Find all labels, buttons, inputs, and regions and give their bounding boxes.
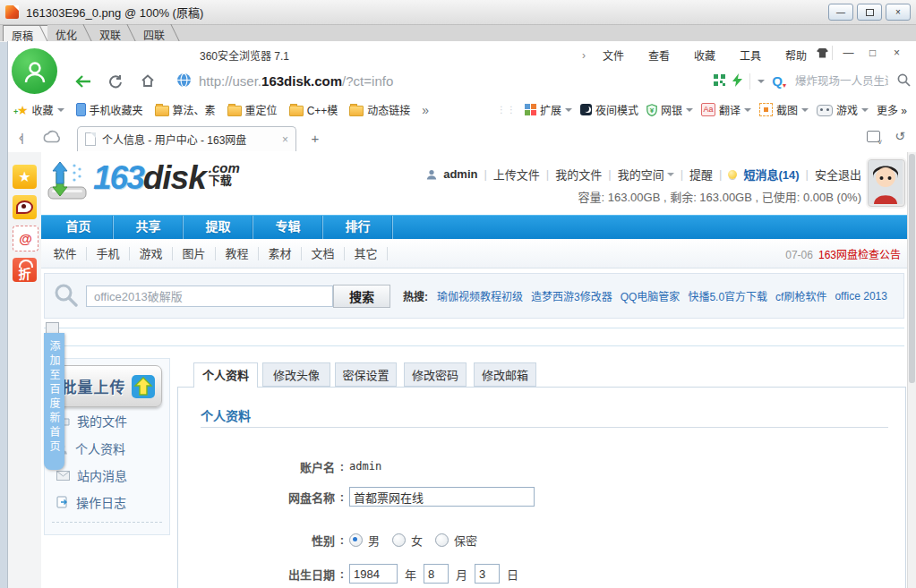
- tab-close-icon[interactable]: ×: [282, 133, 288, 146]
- browser-minimize-button[interactable]: —: [836, 47, 860, 59]
- gender-radio-female[interactable]: [392, 533, 406, 547]
- bookmarks-overflow-button[interactable]: »: [422, 103, 429, 117]
- gender-radio-male[interactable]: [349, 533, 363, 547]
- hot-search-link[interactable]: cf刷枪软件: [775, 288, 826, 303]
- browser-tab[interactable]: 个人信息 - 用户中心 - 163网盘 ×: [77, 126, 296, 151]
- viewer-close-button[interactable]: ×: [886, 4, 911, 21]
- menu-favorites[interactable]: 收藏: [694, 47, 715, 63]
- cat-software[interactable]: 软件: [44, 247, 87, 260]
- nav-home[interactable]: 首页: [44, 216, 114, 239]
- new-tab-button[interactable]: +: [304, 129, 327, 149]
- file-search-input[interactable]: [86, 285, 333, 307]
- games-button[interactable]: 游戏: [817, 102, 869, 117]
- menu-file[interactable]: 文件: [603, 47, 624, 63]
- bookmark-folder[interactable]: C++模: [289, 102, 338, 117]
- sidebar-item-messages[interactable]: 站内消息: [56, 465, 127, 485]
- cat-other[interactable]: 其它: [345, 247, 388, 260]
- bookmark-folder[interactable]: 算法、素: [155, 102, 216, 117]
- menu-tools[interactable]: 工具: [740, 47, 761, 63]
- nav-extract[interactable]: 提取: [184, 216, 253, 239]
- tab-change-password[interactable]: 修改密码: [404, 362, 467, 387]
- dropdown-chevron-icon[interactable]: [758, 80, 765, 87]
- translate-button[interactable]: Aa翻译: [701, 102, 751, 117]
- hot-search-link[interactable]: office 2013: [835, 290, 887, 303]
- viewer-restore-button[interactable]: [857, 4, 882, 21]
- birth-year-input[interactable]: [349, 564, 398, 584]
- user-avatar[interactable]: [868, 159, 905, 207]
- search-engine-logo[interactable]: Q▾: [772, 73, 786, 89]
- birth-month-input[interactable]: [424, 564, 449, 584]
- cat-documents[interactable]: 文档: [302, 247, 345, 260]
- site-globe-icon[interactable]: [176, 72, 192, 90]
- upload-file-link[interactable]: 上传文件: [493, 166, 540, 183]
- nav-ranking[interactable]: 排行: [323, 216, 393, 239]
- menu-overflow-icon[interactable]: ›: [582, 49, 586, 62]
- sidebar-item-operation-log[interactable]: 操作日志: [56, 492, 126, 512]
- tab-security-question[interactable]: 密保设置: [335, 362, 397, 387]
- my-space-link[interactable]: 我的空间: [618, 166, 674, 183]
- skin-icon[interactable]: [817, 48, 828, 58]
- batch-upload-button[interactable]: 批量上传: [54, 365, 162, 407]
- nav-share[interactable]: 共享: [114, 216, 184, 239]
- hot-search-link[interactable]: QQ电脑管家: [621, 288, 681, 303]
- cloud-sync-icon[interactable]: [42, 130, 62, 146]
- reopen-closed-tab-icon[interactable]: ↺: [895, 129, 905, 143]
- messages-link[interactable]: 短消息(14): [743, 166, 799, 183]
- hot-search-link[interactable]: 造梦西游3修改器: [531, 288, 612, 303]
- cat-mobile[interactable]: 手机: [87, 247, 130, 260]
- mail-at-icon[interactable]: @: [13, 226, 39, 251]
- reminder-link[interactable]: 提醒: [689, 166, 713, 183]
- birth-day-input[interactable]: [475, 564, 500, 584]
- cat-games[interactable]: 游戏: [130, 247, 173, 260]
- scrollbar-thumb[interactable]: [909, 154, 915, 383]
- bookmark-mobile-folder[interactable]: 手机收藏夹: [76, 102, 143, 117]
- bookmark-folder[interactable]: 动态链接: [349, 102, 410, 117]
- browser-account-avatar-icon[interactable]: [12, 48, 57, 94]
- cat-materials[interactable]: 素材: [259, 247, 302, 260]
- browser-maximize-button[interactable]: □: [860, 47, 885, 59]
- hot-search-link[interactable]: 快播5.0官方下载: [688, 288, 767, 303]
- my-files-link[interactable]: 我的文件: [555, 166, 602, 183]
- nav-album[interactable]: 专辑: [253, 216, 323, 239]
- sidebar-favorites-icon[interactable]: ★: [13, 165, 37, 189]
- logout-link[interactable]: 安全退出: [815, 166, 861, 183]
- cat-tutorials[interactable]: 教程: [216, 247, 259, 260]
- search-button[interactable]: 搜索: [333, 285, 390, 308]
- tab-profile[interactable]: 个人资料: [193, 362, 258, 388]
- bookmark-folder[interactable]: 重定位: [227, 102, 278, 117]
- hot-search-link[interactable]: 瑜伽视频教程初级: [437, 288, 523, 303]
- home-button[interactable]: [132, 70, 164, 93]
- username[interactable]: admin: [443, 167, 477, 181]
- url-text[interactable]: http://user.163disk.com/?ct=info: [199, 73, 393, 89]
- viewer-minimize-button[interactable]: —: [828, 4, 853, 21]
- viewer-tab-2up[interactable]: 双联: [91, 25, 135, 41]
- favorites-button[interactable]: ★+ 收藏: [17, 102, 64, 117]
- viewer-tab-optimized[interactable]: 优化: [47, 25, 91, 41]
- site-logo[interactable]: 163disk .com下载: [45, 160, 240, 201]
- tab-list-icon[interactable]: [867, 131, 880, 142]
- page-scrollbar[interactable]: [907, 152, 916, 588]
- sidebar-item-my-files[interactable]: 我的文件: [56, 411, 127, 430]
- omnibox-search-input[interactable]: [793, 74, 890, 89]
- collapse-tabs-icon[interactable]: ‹|: [19, 131, 22, 144]
- site-notice[interactable]: 07-06163网盘检查公告: [785, 246, 908, 261]
- omnibox-magnifier-icon[interactable]: [897, 73, 911, 89]
- screenshot-button[interactable]: 截图: [759, 102, 809, 117]
- baidu-homepage-ribbon[interactable]: 添加至百度新首页: [44, 333, 64, 470]
- extensions-button[interactable]: 扩展: [525, 102, 572, 117]
- shopping-discount-icon[interactable]: 折: [13, 258, 37, 282]
- viewer-tab-4up[interactable]: 四联: [135, 25, 179, 41]
- tab-change-avatar[interactable]: 修改头像: [262, 362, 330, 387]
- sidebar-item-profile[interactable]: 个人资料: [56, 439, 125, 458]
- menu-view[interactable]: 查看: [648, 47, 670, 63]
- menu-help[interactable]: 帮助: [785, 47, 807, 63]
- back-button[interactable]: [67, 70, 99, 93]
- weibo-share-icon[interactable]: [13, 195, 37, 219]
- prefetch-lightning-icon[interactable]: [732, 73, 742, 89]
- browser-close-button[interactable]: ×: [885, 47, 909, 59]
- cat-images[interactable]: 图片: [173, 247, 216, 260]
- refresh-button[interactable]: [99, 70, 132, 93]
- night-mode-button[interactable]: 夜间模式: [580, 102, 638, 117]
- tab-change-email[interactable]: 修改邮箱: [474, 362, 536, 387]
- gender-radio-secret[interactable]: [435, 533, 449, 547]
